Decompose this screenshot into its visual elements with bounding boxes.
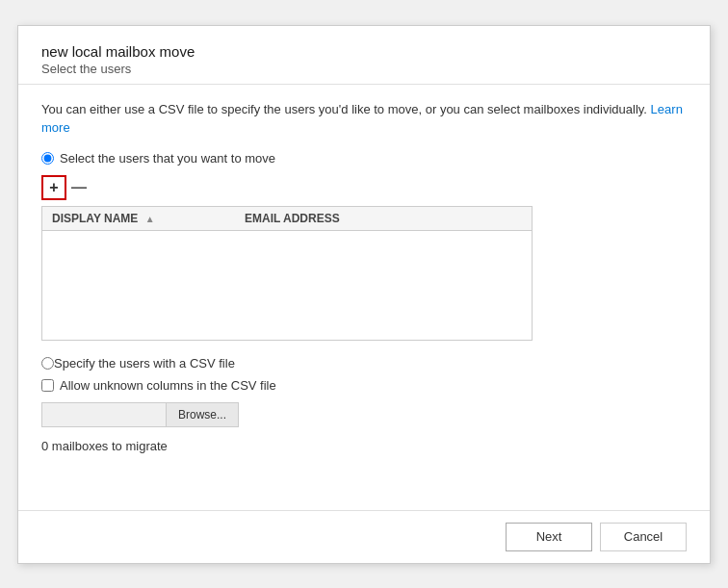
col-header-display-name[interactable]: DISPLAY NAME ▲ (42, 207, 235, 231)
select-users-radio[interactable] (41, 152, 54, 165)
sort-icon: ▲ (145, 214, 155, 224)
add-user-button[interactable]: + (41, 175, 66, 200)
csv-radio[interactable] (41, 357, 54, 370)
dialog-header: new local mailbox move Select the users (18, 26, 710, 85)
unknown-columns-label[interactable]: Allow unknown columns in the CSV file (60, 378, 276, 393)
csv-option-row: Specify the users with a CSV file (41, 356, 687, 371)
unknown-columns-checkbox[interactable] (41, 379, 54, 392)
remove-user-button[interactable]: — (68, 175, 90, 200)
dialog-container: new local mailbox move Select the users … (17, 25, 711, 564)
dialog-subtitle: Select the users (41, 62, 687, 76)
col-header-email-address[interactable]: EMAIL ADDRESS (235, 207, 533, 231)
select-users-label[interactable]: Select the users that you want to move (60, 151, 275, 166)
description-text: You can either use a CSV file to specify… (41, 100, 687, 138)
unknown-columns-row: Allow unknown columns in the CSV file (41, 378, 687, 393)
toolbar: + — (41, 175, 687, 200)
browse-input[interactable] (41, 402, 167, 427)
users-table: DISPLAY NAME ▲ EMAIL ADDRESS (42, 207, 533, 231)
csv-option-label[interactable]: Specify the users with a CSV file (54, 356, 235, 371)
select-users-option: Select the users that you want to move (41, 151, 687, 166)
dialog-body: You can either use a CSV file to specify… (18, 85, 710, 510)
csv-section: Specify the users with a CSV file Allow … (41, 356, 687, 427)
migrate-count: 0 mailboxes to migrate (41, 439, 687, 453)
next-button[interactable]: Next (506, 523, 592, 551)
browse-row: Browse... (41, 402, 687, 427)
cancel-button[interactable]: Cancel (600, 523, 687, 551)
dialog-title: new local mailbox move (41, 43, 687, 60)
browse-button[interactable]: Browse... (167, 402, 239, 427)
dialog-footer: Next Cancel (18, 510, 710, 563)
users-table-container: DISPLAY NAME ▲ EMAIL ADDRESS (41, 206, 533, 341)
